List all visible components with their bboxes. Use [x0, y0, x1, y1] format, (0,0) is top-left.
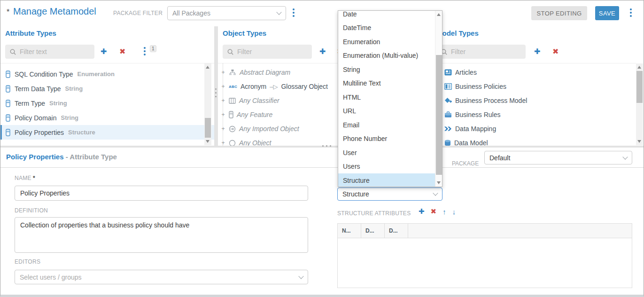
delete-structure-attribute-button[interactable]: ✖ [431, 207, 437, 216]
scroll-up-icon[interactable] [637, 66, 641, 69]
dropdown-option[interactable]: User [338, 146, 435, 160]
attribute-menu-badge: 1 [150, 45, 156, 52]
dropdown-option[interactable]: Multiline Text [338, 77, 435, 91]
model-filter-box [436, 45, 526, 59]
list-item-selected[interactable]: Policy Properties Structure [0, 125, 214, 140]
model-list-scrollbar[interactable] [636, 63, 643, 145]
list-item[interactable]: Term Type String [0, 96, 214, 110]
scrollbar-thumb[interactable] [636, 71, 643, 103]
column-header: N... [338, 224, 361, 238]
attribute-name: SQL Condition Type [15, 70, 73, 78]
model-type-name: Data Mapping [455, 125, 496, 133]
package-select[interactable]: Default [484, 151, 632, 164]
add-object-type-button[interactable]: ✚ [319, 46, 326, 58]
dropdown-option[interactable]: DateTime [338, 21, 435, 35]
add-attribute-type-button[interactable]: ✚ [101, 46, 107, 58]
acronym-icon: ABC [229, 85, 237, 89]
dropdown-options: Date DateTime Enumeration Enumeration (M… [338, 11, 435, 187]
expand-icon[interactable]: + [221, 83, 225, 90]
package-filter-select[interactable]: All Packages [167, 6, 286, 20]
scrollbar-thumb[interactable] [436, 55, 442, 175]
dropdown-option-selected[interactable]: Structure [338, 173, 435, 187]
dropdown-option[interactable]: Enumeration [338, 35, 435, 49]
tree-item[interactable]: + Articles [435, 65, 636, 79]
scroll-down-icon[interactable] [437, 181, 441, 184]
classifier-icon [229, 98, 236, 104]
attribute-icon [6, 85, 10, 93]
tree-item[interactable]: + Business Rules [435, 108, 636, 122]
attribute-filter-input[interactable] [20, 48, 90, 55]
data-type-dropdown: Date DateTime Enumeration Enumeration (M… [338, 10, 442, 187]
expand-icon[interactable]: + [221, 125, 225, 132]
expand-icon[interactable]: + [221, 97, 225, 104]
scroll-up-icon[interactable] [206, 66, 209, 69]
tree-item[interactable]: + Business Process Model [435, 94, 636, 108]
add-model-type-button[interactable]: ✚ [534, 46, 540, 58]
scrollbar-thumb[interactable] [205, 118, 211, 138]
attribute-name: Term Data Type [15, 85, 61, 93]
list-item[interactable]: Policy Domain String [0, 110, 214, 125]
data-mapping-icon [444, 126, 452, 132]
dropdown-option[interactable]: URL [338, 104, 435, 118]
chevron-down-icon [622, 154, 628, 159]
structure-attributes-toolbar: ✚ ✖ ↑ ↓ [419, 207, 456, 216]
move-up-button[interactable]: ↑ [442, 208, 446, 216]
attribute-types-menu-button[interactable]: 1 [144, 47, 146, 55]
list-item[interactable]: Term Data Type String [0, 81, 214, 96]
scroll-up-icon[interactable] [437, 13, 441, 16]
dropdown-option[interactable]: HTML [338, 90, 435, 104]
dropdown-option[interactable]: Email [338, 118, 435, 132]
object-type-name: Any Imported Object [239, 125, 299, 133]
delete-model-type-button[interactable]: ✖ [552, 46, 559, 58]
window-menu-button[interactable] [630, 8, 632, 17]
model-type-name: Business Rules [455, 111, 501, 118]
structure-attributes-table: N... D... D... [337, 223, 632, 288]
panel-resize-handle[interactable] [214, 26, 218, 146]
editors-label: EDITORS [15, 258, 40, 265]
header-menu-button[interactable] [293, 8, 295, 17]
dropdown-option[interactable]: Phone Number [338, 132, 435, 146]
list-item[interactable]: SQL Condition Type Enumeration [0, 67, 214, 81]
object-type-target: Glossary Object [281, 83, 328, 90]
search-icon [9, 48, 16, 55]
expand-icon[interactable]: + [221, 140, 225, 146]
tree-item[interactable]: + Data Mapping [435, 122, 636, 136]
data-type-select[interactable]: Structure [337, 188, 442, 201]
column-header: D... [361, 224, 385, 238]
dropdown-option[interactable]: Date [338, 11, 435, 21]
model-type-name: Articles [455, 69, 477, 76]
name-field[interactable] [15, 186, 308, 201]
scroll-down-icon[interactable] [637, 140, 641, 143]
dropdown-option[interactable]: String [338, 63, 435, 77]
model-type-name: Business Policies [455, 83, 506, 90]
attribute-filter-box [5, 45, 94, 59]
dropdown-option[interactable]: Enumeration (Multi-value) [338, 49, 435, 63]
name-label: NAME* [15, 175, 35, 181]
tree-item[interactable]: + Data Model [435, 136, 636, 146]
chevron-down-icon [298, 274, 303, 279]
scroll-down-icon[interactable] [206, 140, 209, 143]
model-filter-input[interactable] [451, 48, 521, 55]
editors-select[interactable]: Select users / groups [15, 270, 308, 284]
list-item-partial[interactable] [0, 63, 214, 67]
stop-editing-button[interactable]: STOP EDITING [531, 6, 587, 20]
attribute-types-toolbar: ✚ ✖ 1 [0, 43, 214, 63]
add-structure-attribute-button[interactable]: ✚ [419, 207, 425, 216]
detail-pane: Policy Properties - Attribute Type PACKA… [0, 148, 644, 295]
attribute-list-scrollbar[interactable] [204, 63, 211, 145]
expand-icon[interactable]: + [221, 69, 225, 76]
dropdown-option[interactable]: Users [338, 160, 435, 174]
object-type-name: Acronym [241, 83, 266, 90]
tree-item[interactable]: + Business Policies [435, 79, 636, 94]
move-down-button[interactable]: ↓ [452, 208, 456, 216]
dropdown-scrollbar[interactable] [435, 11, 442, 187]
save-button[interactable]: SAVE [595, 6, 619, 20]
definition-label: DEFINITION [15, 207, 48, 214]
model-type-name: Data Model [454, 139, 488, 146]
expand-icon[interactable]: + [221, 111, 225, 118]
definition-field[interactable]: Collection of properties that a business… [15, 217, 308, 253]
model-types-tree: + Articles + Business Policies + Busines… [435, 63, 636, 146]
object-filter-input[interactable] [237, 48, 308, 55]
delete-attribute-type-button[interactable]: ✖ [119, 46, 125, 58]
attribute-datatype: String [65, 85, 83, 92]
